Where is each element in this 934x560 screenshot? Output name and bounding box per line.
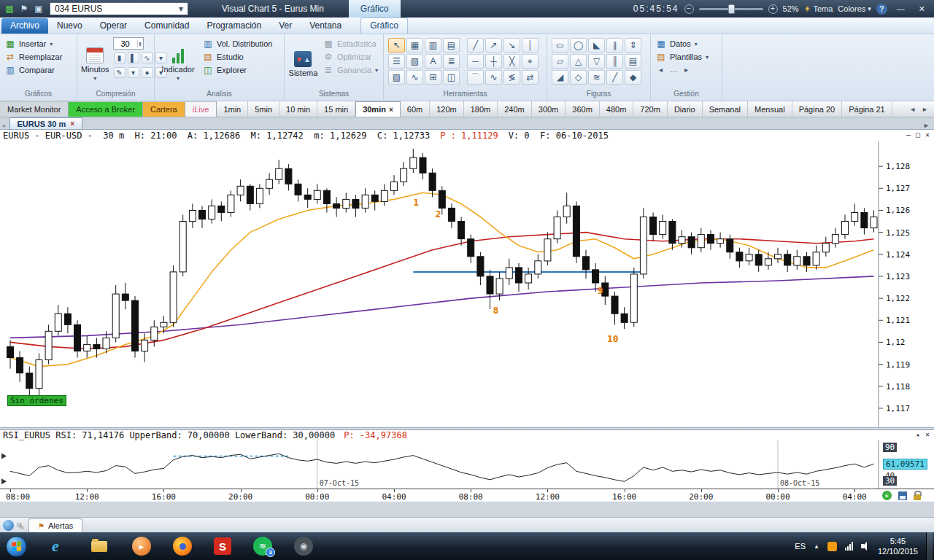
indicador-button[interactable]: Indicador ▾ [158,37,198,90]
workspace-icon[interactable]: ▣ [32,2,45,15]
lock-icon[interactable] [914,494,921,500]
chevron-down-icon[interactable]: ▾ [128,67,139,78]
add-window-tool[interactable]: ⊞ [425,70,441,85]
comparar-button[interactable]: ▥ Comparar [4,63,73,77]
ganancia-button[interactable]: ≣ Ganancia ▾ [322,63,379,77]
tab-scroll-right-icon[interactable]: ► [919,122,934,129]
extended-line-tool[interactable]: ╳ [503,54,520,69]
ray-tool[interactable]: ↘ [503,38,520,52]
close-tab-icon[interactable]: × [70,120,74,128]
taskbar-clock[interactable]: 5:45 12/10/2015 [878,536,918,557]
realtime-icon[interactable]: ▸ [882,491,892,500]
zoom-slider[interactable] [699,8,763,10]
tab-scroll-left-icon[interactable]: ▸ [0,122,9,129]
triangle-up-tool[interactable]: △ [570,54,587,69]
timeframe-tab-720m[interactable]: 720m [633,101,668,117]
globe-icon[interactable] [3,520,14,531]
line-type-icon[interactable]: ∿ [142,52,153,63]
save-icon[interactable] [898,491,907,500]
rhombus-tool[interactable]: ◆ [625,70,641,85]
triangle-down-tool[interactable]: ▽ [588,54,605,69]
timeframe-tab-10-min[interactable]: 10 min [279,101,317,117]
volume-tool[interactable]: ☰ [388,54,405,69]
candle-chart-tool[interactable]: ▦ [406,38,423,52]
tray-app-icon[interactable] [827,542,837,551]
trend-line-tool[interactable]: ╱ [467,38,484,52]
media-player-icon[interactable]: ▸ [132,537,151,556]
menu-operar[interactable]: Operar [91,18,136,34]
timeframe-tab-diario[interactable]: Diario [668,101,703,117]
sistema-button[interactable]: ▼▲ Sistema [288,37,318,90]
candlestick-chart[interactable]: 1,1281,1271,1261,1251,1241,1231,1221,121… [0,141,934,427]
timeframe-tab-1min[interactable]: 1min [217,101,248,117]
theme-menu[interactable]: ☀ Tema [804,4,833,14]
zoom-out-button[interactable]: − [684,4,694,14]
timeframe-tab-15-min[interactable]: 15 min [317,101,355,117]
menu-archivo[interactable]: Archivo [1,18,48,34]
colors-menu[interactable]: Colores ▾ [838,4,871,13]
tab-market-monitor[interactable]: Market Monitor [0,101,69,117]
menu-programacion[interactable]: Programación [198,18,270,34]
triangle-tool[interactable]: ◣ [588,38,605,52]
chart-document-tab[interactable]: EURUS 30 m × [9,117,82,129]
area-chart-tool[interactable]: ▧ [406,54,423,69]
internet-explorer-icon[interactable]: e [45,536,66,556]
timeframe-tab-mensual[interactable]: Mensual [748,101,792,117]
timeframe-tab-120m[interactable]: 120m [430,101,464,117]
insertar-button[interactable]: ▦ Insertar ▾ [4,37,73,50]
chart-minimize-icon[interactable]: – [906,131,911,139]
estudio-button[interactable]: ▤ Estudio [201,50,274,63]
slash-tool[interactable]: ╱ [606,70,623,85]
timeframe-tab-5min[interactable]: 5min [248,101,279,117]
bar-chart-tool[interactable]: ▥ [425,38,441,52]
menu-comunidad[interactable]: Comunidad [136,18,198,34]
cross-line-tool[interactable]: ┼ [485,54,502,69]
pin-icon[interactable]: ⚑ [18,2,31,15]
price-axis[interactable]: 1,1281,1271,1261,1251,1241,1231,1221,121… [879,141,910,427]
nav-back-icon[interactable]: ◂ [659,66,663,74]
explorer-button[interactable]: ◫ Explorer [201,63,274,77]
close-tab-icon[interactable]: × [389,106,393,114]
timeframe-tab-180m[interactable]: 180m [464,101,498,117]
help-button[interactable]: ? [876,4,887,15]
line-chart-tool[interactable]: ▤ [443,38,460,52]
split-tool[interactable]: ◫ [443,70,460,85]
tab-cartera[interactable]: Cartera [143,101,185,117]
minimize-button[interactable]: — [892,4,909,13]
spin-down-icon[interactable]: ▾ [139,44,142,47]
zoom-in-button[interactable]: + [768,4,778,14]
levels-tool[interactable]: ≣ [443,54,460,69]
rsi-close-icon[interactable]: ✕ [925,430,930,438]
close-button[interactable]: ✕ [914,4,930,14]
timeframe-tab-60m[interactable]: 60m [401,101,430,117]
rsi-collapse-icon[interactable]: ▴ [916,430,920,438]
more-options[interactable]: … [670,66,677,74]
tab-ilive[interactable]: iLive [185,101,217,117]
fibo-retracement-tool[interactable]: ▤ [625,54,641,69]
menu-ventana[interactable]: Ventana [301,18,350,34]
angle-tool[interactable]: ≶ [503,70,520,85]
hidden-icons-button[interactable]: ▲ [814,543,819,550]
timeframe-tab-30min[interactable]: 30min× [355,101,401,117]
grid-tool[interactable]: ▨ [388,70,405,85]
corner-tool[interactable]: ◢ [552,70,568,85]
channel-tool[interactable]: ⇄ [522,70,539,85]
file-explorer-icon[interactable] [88,536,110,556]
firefox-icon[interactable] [173,537,192,556]
ellipse-tool[interactable]: ◯ [570,38,587,52]
vertical-line-tool[interactable]: │ [522,38,539,52]
pointer-tool[interactable]: ↖ [388,38,405,52]
chart-restore-icon[interactable]: □ [916,131,920,139]
text-tool[interactable]: A [425,54,441,69]
dark-app-icon[interactable]: ◉ [294,537,313,556]
horizontal-line-tool[interactable]: ─ [467,54,484,69]
nav-forward-icon[interactable]: ▸ [684,66,688,74]
volume-icon[interactable] [861,542,870,551]
chart-close-icon[interactable]: ✕ [925,131,930,139]
menu-ver[interactable]: Ver [270,18,301,34]
parallel-lines-tool[interactable]: ∥ [606,38,623,52]
scroll-tabs-left-icon[interactable]: ◄ [909,106,916,113]
timeframe-tab-240m[interactable]: 240m [498,101,532,117]
diamond-tool[interactable]: ◇ [570,70,587,85]
show-desktop-button[interactable] [926,532,933,560]
